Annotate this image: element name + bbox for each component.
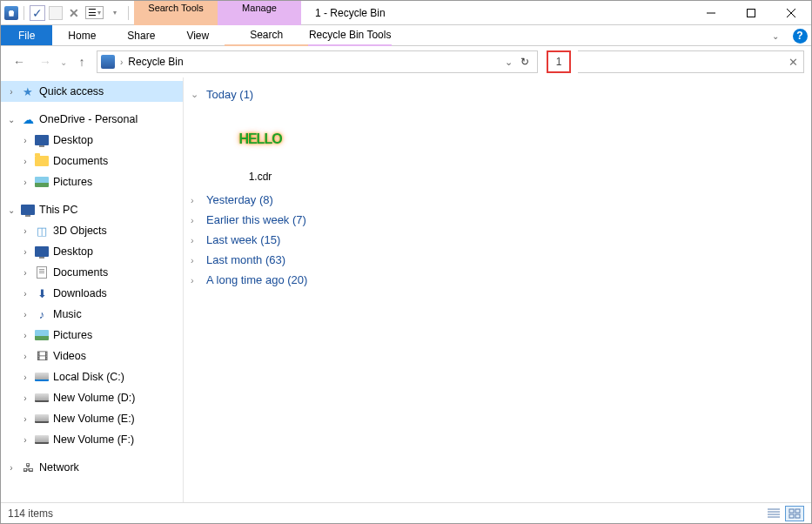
context-tab-manage: Manage <box>218 1 301 25</box>
tab-recycle-bin-tools[interactable]: Recycle Bin Tools <box>308 25 392 46</box>
location-icon <box>101 55 115 69</box>
group-header-last-month[interactable]: › Last month (63) <box>187 250 808 270</box>
view-large-icons-button[interactable] <box>785 506 804 521</box>
desktop-icon <box>34 133 50 147</box>
sidebar-item-pictures[interactable]: › Pictures <box>1 171 183 192</box>
search-input[interactable]: 1 <box>547 50 571 73</box>
svg-rect-1 <box>789 509 794 513</box>
breadcrumb-separator-icon: › <box>120 57 123 67</box>
chevron-right-icon[interactable]: › <box>191 255 201 265</box>
tab-view[interactable]: View <box>171 25 225 45</box>
close-button[interactable] <box>771 1 811 25</box>
sidebar-item-label: Documents <box>53 155 108 167</box>
qat-customize-dropdown[interactable]: ▾ <box>107 5 123 21</box>
chevron-right-icon[interactable]: › <box>191 215 201 225</box>
back-button[interactable]: ← <box>8 50 30 73</box>
search-value: 1 <box>556 56 562 68</box>
address-dropdown-icon[interactable]: ⌄ <box>505 57 513 68</box>
navigation-pane[interactable]: › ★ Quick access ⌄ ☁ OneDrive - Personal… <box>1 77 184 502</box>
sidebar-item-desktop[interactable]: › Desktop <box>1 241 183 262</box>
group-header-earlier-this-week[interactable]: › Earlier this week (7) <box>187 210 808 230</box>
chevron-right-icon[interactable]: › <box>20 373 30 382</box>
group-header-today[interactable]: ⌄ Today (1) <box>187 84 808 104</box>
chevron-right-icon[interactable]: › <box>20 352 30 361</box>
sidebar-item-music[interactable]: › ♪ Music <box>1 304 183 325</box>
sidebar-item-desktop[interactable]: › Desktop <box>1 130 183 151</box>
properties-icon[interactable]: ✓ <box>30 5 45 21</box>
chevron-right-icon[interactable]: › <box>20 393 30 403</box>
sidebar-item-3d-objects[interactable]: › ◫ 3D Objects <box>1 220 183 241</box>
sidebar-item-network[interactable]: › 🖧 Network <box>1 457 183 478</box>
address-bar[interactable]: › Recycle Bin ⌄ ↻ <box>97 50 538 73</box>
file-list[interactable]: ⌄ Today (1) HELLO 1.cdr › Yesterday (8) … <box>184 77 811 502</box>
group-header-yesterday[interactable]: › Yesterday (8) <box>187 190 808 210</box>
search-input-area[interactable]: ✕ <box>578 50 804 73</box>
breadcrumb-location[interactable]: Recycle Bin <box>128 56 183 68</box>
chevron-right-icon[interactable]: › <box>191 235 201 245</box>
chevron-right-icon[interactable]: › <box>20 178 30 187</box>
chevron-right-icon[interactable]: › <box>20 268 30 278</box>
file-item[interactable]: HELLO 1.cdr <box>208 111 312 183</box>
qat-separator <box>128 6 129 20</box>
chevron-right-icon[interactable]: › <box>20 247 30 257</box>
search-clear-button[interactable]: ✕ <box>789 56 798 69</box>
sidebar-item-local-disk-c[interactable]: › Local Disk (C:) <box>1 366 183 387</box>
up-button[interactable]: ↑ <box>70 50 93 73</box>
forward-button[interactable]: → <box>34 50 57 73</box>
sidebar-item-pictures[interactable]: › Pictures <box>1 325 183 346</box>
sidebar-item-label: Pictures <box>53 329 92 341</box>
group-header-last-week[interactable]: › Last week (15) <box>187 230 808 250</box>
sidebar-item-onedrive[interactable]: ⌄ ☁ OneDrive - Personal <box>1 109 183 130</box>
chevron-right-icon[interactable]: › <box>20 289 30 299</box>
chevron-down-icon[interactable]: ⌄ <box>6 115 17 124</box>
chevron-right-icon[interactable]: › <box>191 275 201 286</box>
pictures-icon <box>34 328 50 342</box>
folder-icon <box>34 154 50 168</box>
delete-icon[interactable]: ✕ <box>66 5 82 21</box>
chevron-down-icon[interactable]: ⌄ <box>6 205 17 215</box>
chevron-right-icon[interactable]: › <box>20 136 30 145</box>
minimize-button[interactable] <box>691 1 731 25</box>
group-label: Yesterday (8) <box>206 193 273 206</box>
qat-undo-dropdown[interactable]: ☰▾ <box>85 6 104 19</box>
chevron-right-icon[interactable]: › <box>20 310 30 319</box>
refresh-button[interactable]: ↻ <box>516 53 534 71</box>
sidebar-item-videos[interactable]: › 🎞 Videos <box>1 346 183 366</box>
chevron-right-icon[interactable]: › <box>20 414 30 424</box>
sidebar-item-documents[interactable]: › Documents <box>1 262 183 283</box>
chevron-right-icon[interactable]: › <box>191 195 201 205</box>
tab-search[interactable]: Search <box>225 25 308 46</box>
tab-share[interactable]: Share <box>111 25 171 45</box>
context-tab-search-label: Search Tools <box>148 3 203 13</box>
maximize-button[interactable] <box>731 1 771 25</box>
sidebar-item-label: Local Disk (C:) <box>53 371 124 383</box>
history-dropdown[interactable]: ⌄ <box>60 57 67 67</box>
help-button[interactable]: ? <box>789 24 811 48</box>
sidebar-item-new-volume-f[interactable]: › New Volume (F:) <box>1 429 183 450</box>
tab-home[interactable]: Home <box>52 25 111 45</box>
chevron-down-icon[interactable]: ⌄ <box>191 89 201 100</box>
view-details-button[interactable] <box>764 506 783 521</box>
chevron-right-icon[interactable]: › <box>20 226 30 236</box>
chevron-right-icon[interactable]: › <box>20 435 30 445</box>
sidebar-item-documents[interactable]: › Documents <box>1 151 183 171</box>
chevron-right-icon[interactable]: › <box>20 331 30 340</box>
quick-access-icon: ★ <box>20 84 36 98</box>
sidebar-item-label: New Volume (D:) <box>53 392 135 404</box>
sidebar-item-downloads[interactable]: › ⬇ Downloads <box>1 283 183 304</box>
group-header-long-time-ago[interactable]: › A long time ago (20) <box>187 270 808 290</box>
ribbon-expand-button[interactable]: ⌄ <box>762 24 789 48</box>
tab-file[interactable]: File <box>1 25 52 45</box>
sidebar-item-this-pc[interactable]: ⌄ This PC <box>1 199 183 220</box>
titlebar: ✓ ✕ ☰▾ ▾ Search Tools Manage 1 - Recycle… <box>1 1 811 25</box>
sidebar-item-new-volume-d[interactable]: › New Volume (D:) <box>1 387 183 408</box>
chevron-right-icon[interactable]: › <box>20 157 30 166</box>
network-icon: 🖧 <box>20 460 36 474</box>
chevron-right-icon[interactable]: › <box>6 87 17 97</box>
sidebar-item-new-volume-e[interactable]: › New Volume (E:) <box>1 408 183 429</box>
sidebar-item-quick-access[interactable]: › ★ Quick access <box>1 81 183 102</box>
chevron-right-icon[interactable]: › <box>6 463 17 473</box>
qat-item-icon[interactable] <box>49 6 63 20</box>
ribbon: File Home Share View Search Recycle Bin … <box>1 25 811 46</box>
thumbnail-text: HELLO <box>238 131 281 147</box>
